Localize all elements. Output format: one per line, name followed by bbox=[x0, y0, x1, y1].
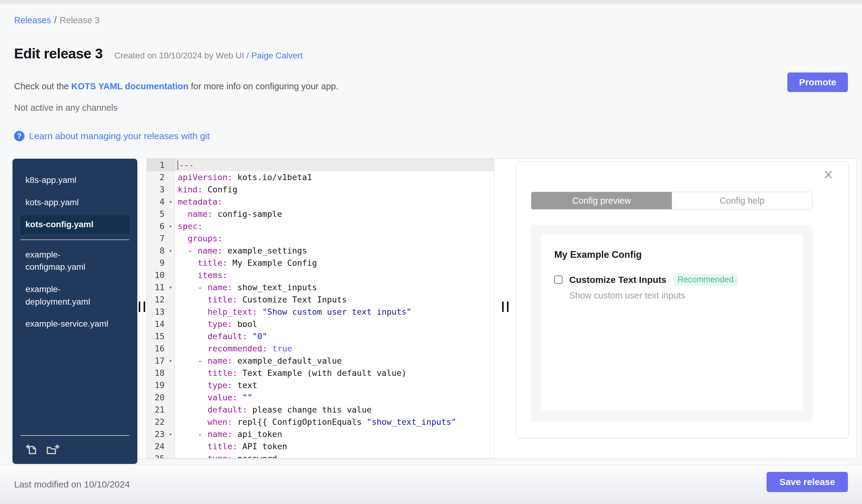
line-number: 14 bbox=[147, 318, 166, 330]
breadcrumb: Releases/Release 3 bbox=[14, 15, 100, 25]
code-text: default: please change this value bbox=[175, 404, 494, 416]
fold-spacer bbox=[166, 318, 175, 330]
release-editor-panel: k8s-app.yamlkots-app.yamlkots-config.yam… bbox=[12, 158, 857, 459]
fold-spacer bbox=[166, 233, 175, 245]
code-line-25[interactable]: 25 type: password bbox=[147, 453, 494, 459]
line-number: 8 bbox=[147, 245, 166, 257]
line-number: 1 bbox=[147, 159, 166, 171]
channel-status: Not active in any channels bbox=[14, 103, 118, 113]
breadcrumb-releases-link[interactable]: Releases bbox=[14, 15, 51, 25]
fold-spacer bbox=[166, 294, 175, 306]
code-line-5[interactable]: 5 name: config-sample bbox=[147, 208, 494, 220]
fold-arrow-icon[interactable]: ▾ bbox=[166, 220, 175, 233]
promote-button[interactable]: Promote bbox=[787, 72, 848, 92]
sidebar-file-kots-config.yaml[interactable]: kots-config.yaml bbox=[21, 215, 129, 234]
git-releases-link[interactable]: Learn about managing your releases with … bbox=[29, 131, 210, 141]
sidebar-file-k8s-app.yaml[interactable]: k8s-app.yaml bbox=[21, 171, 129, 190]
title-row: Edit release 3 Created on 10/10/2024 by … bbox=[14, 45, 303, 62]
fold-arrow-icon[interactable]: ▾ bbox=[166, 196, 175, 208]
code-text: title: My Example Config bbox=[175, 257, 494, 269]
doc-line: Check out the KOTS YAML documentation fo… bbox=[14, 81, 338, 91]
kots-yaml-doc-link[interactable]: KOTS YAML documentation bbox=[71, 81, 188, 91]
fold-spacer bbox=[166, 184, 175, 196]
fold-arrow-icon[interactable]: ▾ bbox=[166, 428, 175, 440]
config-item-row: Customize Text Inputs Recommended bbox=[554, 274, 803, 286]
sidebar-footer bbox=[13, 435, 138, 464]
tab-config-help[interactable]: Config help bbox=[672, 192, 812, 209]
footer-bar: Last modified on 10/10/2024 Save release bbox=[0, 465, 862, 504]
code-line-4[interactable]: 4▾metadata: bbox=[147, 196, 494, 208]
code-line-15[interactable]: 15 default: "0" bbox=[147, 330, 494, 343]
code-line-17[interactable]: 17▾ - name: example_default_value bbox=[147, 355, 494, 367]
code-line-6[interactable]: 6▾spec: bbox=[147, 220, 494, 233]
code-line-3[interactable]: 3kind: Config bbox=[147, 184, 494, 196]
code-line-9[interactable]: 9 title: My Example Config bbox=[147, 257, 494, 269]
line-number: 16 bbox=[147, 343, 166, 355]
sidebar-file-example-service.yaml[interactable]: example-service.yaml bbox=[21, 315, 129, 333]
line-number: 2 bbox=[147, 171, 166, 184]
left-resize-handle[interactable] bbox=[139, 302, 145, 312]
code-line-11[interactable]: 11▾ - name: show_text_inputs bbox=[147, 281, 494, 294]
file-list: k8s-app.yamlkots-app.yamlkots-config.yam… bbox=[13, 167, 138, 337]
code-line-19[interactable]: 19 type: text bbox=[147, 379, 494, 392]
created-line: Created on 10/10/2024 by Web UI / Paige … bbox=[114, 51, 303, 61]
config-group-heading: My Example Config bbox=[554, 249, 803, 260]
code-text: when: repl{{ ConfigOptionEquals "show_te… bbox=[175, 416, 494, 428]
code-text: title: Text Example (with default value) bbox=[175, 367, 494, 379]
code-line-24[interactable]: 24 title: API token bbox=[147, 440, 494, 453]
code-text: apiVersion: kots.io/v1beta1 bbox=[175, 171, 494, 184]
fold-spacer bbox=[166, 440, 175, 453]
code-text: items: bbox=[175, 269, 494, 281]
customize-text-inputs-checkbox[interactable] bbox=[554, 276, 563, 284]
code-line-7[interactable]: 7 groups: bbox=[147, 233, 494, 245]
line-number: 9 bbox=[147, 257, 166, 269]
git-help-row[interactable]: ? Learn about managing your releases wit… bbox=[14, 131, 210, 141]
handle-bar bbox=[144, 302, 145, 312]
close-icon[interactable] bbox=[823, 170, 833, 180]
fold-spacer bbox=[166, 330, 175, 343]
new-folder-icon[interactable] bbox=[45, 442, 60, 456]
handle-bar bbox=[507, 302, 508, 312]
sidebar-file-example-configmap.yaml[interactable]: example-configmap.yaml bbox=[21, 246, 129, 277]
sidebar-file-example-deployment.yaml[interactable]: example-deployment.yaml bbox=[21, 280, 129, 311]
line-number: 5 bbox=[147, 208, 166, 220]
fold-spacer bbox=[166, 367, 175, 379]
breadcrumb-current: Release 3 bbox=[60, 15, 100, 25]
config-tabs: Config preview Config help bbox=[531, 192, 812, 210]
code-line-14[interactable]: 14 type: bool bbox=[147, 318, 494, 330]
tab-config-preview[interactable]: Config preview bbox=[531, 192, 672, 209]
new-file-icon[interactable] bbox=[25, 442, 38, 456]
help-question-icon[interactable]: ? bbox=[14, 131, 25, 141]
code-line-23[interactable]: 23▾ - name: api_token bbox=[147, 428, 494, 440]
code-line-10[interactable]: 10 items: bbox=[147, 269, 494, 281]
fold-spacer bbox=[166, 392, 175, 404]
recommended-badge: Recommended bbox=[673, 274, 738, 286]
save-release-button[interactable]: Save release bbox=[767, 472, 848, 492]
code-line-8[interactable]: 8▾ - name: example_settings bbox=[147, 245, 494, 257]
sidebar-file-kots-app.yaml[interactable]: kots-app.yaml bbox=[21, 193, 129, 212]
code-text: type: text bbox=[175, 379, 494, 392]
line-number: 3 bbox=[147, 184, 166, 196]
line-number: 4 bbox=[147, 196, 166, 208]
config-preview-surface: My Example Config Customize Text Inputs … bbox=[531, 225, 812, 422]
code-line-1[interactable]: 1--- bbox=[147, 159, 494, 171]
code-line-2[interactable]: 2apiVersion: kots.io/v1beta1 bbox=[147, 171, 494, 184]
sidebar-divider bbox=[21, 435, 129, 436]
yaml-code-editor[interactable]: 1---2apiVersion: kots.io/v1beta13kind: C… bbox=[146, 159, 494, 459]
fold-spacer bbox=[166, 379, 175, 392]
code-text: type: bool bbox=[175, 318, 494, 330]
code-line-13[interactable]: 13 help_text: "Show custom user text inp… bbox=[147, 306, 494, 318]
code-line-18[interactable]: 18 title: Text Example (with default val… bbox=[147, 367, 494, 379]
code-line-22[interactable]: 22 when: repl{{ ConfigOptionEquals "show… bbox=[147, 416, 494, 428]
sidebar-editor-gap bbox=[138, 159, 146, 459]
code-line-21[interactable]: 21 default: please change this value bbox=[147, 404, 494, 416]
line-number: 12 bbox=[147, 294, 166, 306]
author-link[interactable]: Paige Calvert bbox=[251, 51, 302, 60]
fold-arrow-icon[interactable]: ▾ bbox=[166, 245, 175, 257]
fold-arrow-icon[interactable]: ▾ bbox=[166, 281, 175, 294]
right-resize-handle[interactable] bbox=[502, 302, 508, 312]
code-line-12[interactable]: 12 title: Customize Text Inputs bbox=[147, 294, 494, 306]
fold-arrow-icon[interactable]: ▾ bbox=[166, 355, 175, 367]
code-line-16[interactable]: 16 recommended: true bbox=[147, 343, 494, 355]
code-line-20[interactable]: 20 value: "" bbox=[147, 392, 494, 404]
